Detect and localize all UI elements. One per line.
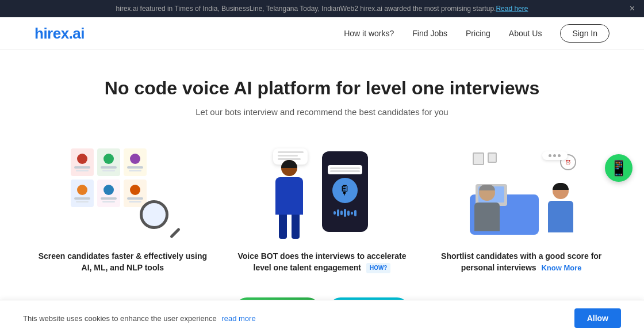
navbar: hirex.ai How it works? Find Jobs Pricing… [0,17,644,50]
shortlist-illustration: ⏰ [464,146,579,240]
hero-title: No code voice AI platform for level one … [12,78,632,99]
nav-how-it-works[interactable]: How it works? [344,29,394,38]
shortlist-title: Shortlist candidates with a good score f… [433,251,610,273]
banner-read-link[interactable]: Read here [496,5,528,13]
nav-links: How it works? Find Jobs Pricing About Us… [344,24,610,43]
banner-text: hirex.ai featured in Times of India, Bus… [116,5,496,13]
hero-section: No code voice AI platform for level one … [0,50,644,128]
hero-subtitle: Let our bots interview and recommend the… [12,107,632,117]
top-banner: hirex.ai featured in Times of India, Bus… [0,0,644,17]
banner-close-button[interactable]: × [630,3,635,14]
voicebot-title: Voice BOT does the interviews to acceler… [234,251,411,273]
screening-illustration [65,146,180,240]
feature-card-shortlist: ⏰ [433,146,610,277]
whatsapp-button[interactable]: 📱 [605,154,632,182]
whatsapp-icon: 📱 [610,159,628,177]
nav-pricing[interactable]: Pricing [466,29,490,38]
magnifier-icon [140,200,180,240]
feature-card-screening: Screen candidates faster & effectively u… [34,146,211,277]
know-more-link[interactable]: Know More [541,264,581,272]
voicebot-illustration: 🎙 [264,146,379,240]
speech-bubble [542,151,568,160]
cookie-text: This website uses cookies to enhance the… [23,314,557,323]
logo[interactable]: hirex.ai [34,25,85,43]
wall-decoration [473,152,497,165]
screening-title: Screen candidates faster & effectively u… [34,251,211,273]
allow-cookies-button[interactable]: Allow [574,308,621,328]
nav-find-jobs[interactable]: Find Jobs [412,29,447,38]
features-section: Screen candidates faster & effectively u… [0,128,644,288]
read-more-link[interactable]: read more [221,314,255,323]
cookie-bar: This website uses cookies to enhance the… [0,300,644,336]
how-badge: HOW? [366,263,391,273]
phone-illustration: 🎙 [322,151,368,232]
nav-about-us[interactable]: About Us [509,29,542,38]
feature-card-voicebot: 🎙 Voice BOT does the interviews to accel… [234,146,411,277]
signin-button[interactable]: Sign In [560,24,610,43]
